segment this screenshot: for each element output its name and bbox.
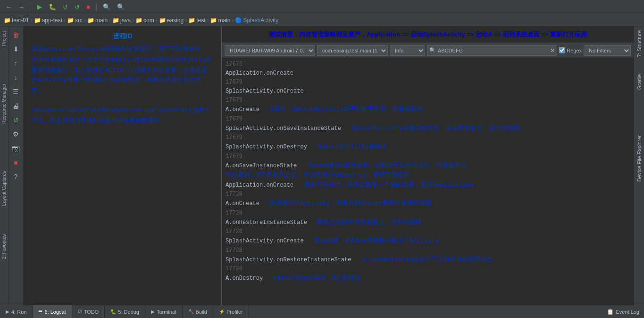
breadcrumb-easing[interactable]: 📁 easing <box>159 17 184 24</box>
folder-icon5: 📁 <box>112 17 119 24</box>
up-icon-btn[interactable]: ↑ <box>9 57 23 70</box>
device-select[interactable]: HUAWEI BAH-W09 Android 7.0, <box>225 45 315 56</box>
print-icon-btn[interactable]: 🖨 <box>9 99 23 112</box>
log-entry: A.onDestroy Splash启动完毕后，A正常销毁 <box>226 274 630 283</box>
structure-tab[interactable]: 7: Structure <box>635 26 644 61</box>
logcat-tab-icon: ☰ <box>38 309 42 314</box>
log-entry: A.onRestoreInstanceState 恢复之前保存的界面状态，需手动… <box>226 218 630 227</box>
filter-select[interactable]: No Filters <box>584 45 631 56</box>
log-entry: SplashActivity.onRestoreInstanceState Sp… <box>226 255 630 265</box>
profiler-tab[interactable]: ⚡ Profiler <box>213 305 249 318</box>
stop-icon-btn[interactable]: ■ <box>9 156 23 169</box>
todo-tab-label: TODO <box>84 309 99 315</box>
run-tab[interactable]: ▶ 4: Run <box>0 305 33 318</box>
log-entry: 17679 <box>226 115 630 123</box>
favorites-tab[interactable]: 2: Favorites <box>0 230 8 264</box>
right-vtabs: 7: Structure Gradle Device File Explorer <box>634 26 644 305</box>
logcat-tab-label: 6: Logcat <box>44 309 66 315</box>
debug-tab-label: 5: Debug <box>118 309 139 315</box>
log-entry: SplashActivity.onDestroy SplashActivity被… <box>226 142 630 152</box>
log-entry: 17728 <box>226 265 630 273</box>
log-entry: 17679 <box>226 96 630 104</box>
breadcrumb-main2[interactable]: 📁 main <box>210 17 230 24</box>
todo-tab-icon: ☑ <box>78 309 82 314</box>
terminal-tab-label: Terminal <box>157 309 176 315</box>
filter-icon-btn[interactable]: ⬇ <box>9 43 23 56</box>
todo-tab[interactable]: ☑ TODO <box>72 305 105 318</box>
log-entry: A.onCreate 恢复最近的Activity，回收前的Intent数据会被原… <box>226 199 630 208</box>
logcat-tab[interactable]: ☰ 6: Logcat <box>33 305 72 318</box>
proc-id-label: 进程ID <box>31 32 214 41</box>
log-entry: 17679 <box>226 152 630 161</box>
breadcrumb-main[interactable]: 📁 main <box>87 17 108 24</box>
debug-tab-icon: 🐛 <box>110 309 116 314</box>
folder-icon6: 📁 <box>135 17 142 24</box>
help-icon-btn[interactable]: ? <box>9 170 23 183</box>
rerun-button[interactable]: ↺ <box>61 2 70 11</box>
level-select[interactable]: Info Verbose Debug Warn Error <box>390 45 425 56</box>
run-tab-icon: ▶ <box>6 309 9 314</box>
breadcrumb-src[interactable]: 📁 src <box>67 17 83 24</box>
forward-button[interactable]: → <box>17 2 26 11</box>
search-clear-button[interactable]: ✕ <box>550 47 555 54</box>
breadcrumb-splash[interactable]: 🔵 SplashActivity <box>235 17 278 24</box>
stop-button[interactable]: ■ <box>84 2 92 11</box>
log-entry: SplashActivity.onCreate <box>226 87 630 95</box>
project-tab[interactable]: Project <box>0 26 8 51</box>
event-log-button[interactable]: Event Log <box>616 309 639 315</box>
search-icon: 🔍 <box>429 47 436 53</box>
sep2 <box>96 3 97 11</box>
terminal-tab[interactable]: ▶ Terminal <box>145 305 183 318</box>
content-pane: 进程ID 通过Activity/Process的回收和恢复流程，我们可以推断出：… <box>24 26 634 305</box>
regex-label: Regex <box>567 48 582 53</box>
right-panel: 测试情景：内存管理策略调至最严，Application => 启动SplashA… <box>222 26 634 305</box>
run-button[interactable]: ▶ <box>35 2 44 11</box>
log-entry: Application.onCreate 重新打开应用，系统会恢复一个新的进程，… <box>226 180 630 190</box>
log-entry: SplashActivity.onCreate 按返回键，从A返回任务栈中的上个… <box>226 236 630 246</box>
debug-button[interactable]: 🐛 <box>47 2 58 11</box>
log-entry: 17679 <box>226 78 630 86</box>
breadcrumb-java[interactable]: 📁 java <box>112 17 131 24</box>
breadcrumb: 📁 test-01 › 📁 app-test › 📁 src › 📁 main … <box>0 14 644 26</box>
down-icon-btn[interactable]: ↓ <box>9 71 23 84</box>
settings-icon-btn[interactable]: ⚙ <box>9 128 23 141</box>
build-tab[interactable]: 🔨 Build <box>183 305 213 318</box>
log-content: 17679 Application.onCreate 17679 SplashA… <box>222 58 634 305</box>
terminal-tab-icon: ▶ <box>151 309 155 314</box>
refresh-icon-btn[interactable]: ↺ <box>9 113 23 127</box>
rerun2-button[interactable]: ↺ <box>73 2 82 11</box>
process-select[interactable]: com.easing.test.main (17728) <box>317 45 388 56</box>
log-entry: 17679 <box>226 60 630 69</box>
log-entry: A.onCreate A启动，SplashActivity由于切换至后台，即将被… <box>226 105 630 114</box>
delete-icon-btn[interactable]: 🗑 <box>9 28 23 42</box>
search2-button[interactable]: 🔍 <box>115 2 126 11</box>
breadcrumb-test[interactable]: 📁 test <box>188 17 205 24</box>
back-button[interactable]: ← <box>4 2 14 11</box>
profiler-tab-label: Profiler <box>226 309 243 315</box>
resource-manager-tab[interactable]: Resource Manager <box>0 79 8 129</box>
log-entry: 17728 <box>226 209 630 217</box>
search1-button[interactable]: 🔍 <box>101 2 112 11</box>
run-tab-label: 4: Run <box>11 309 26 315</box>
list-icon-btn[interactable]: ☰ <box>9 85 23 98</box>
breadcrumb-com[interactable]: 📁 com <box>135 17 154 24</box>
debug-tab[interactable]: 🐛 5: Debug <box>105 305 145 318</box>
device-file-explorer-tab[interactable]: Device File Explorer <box>635 131 644 185</box>
sep: › <box>31 17 33 24</box>
header-banner: 测试情景：内存管理策略调至最严，Application => 启动SplashA… <box>222 26 634 43</box>
bottom-tabs: ▶ 4: Run ☰ 6: Logcat ☑ TODO 🐛 5: Debug ▶… <box>0 305 602 318</box>
camera-icon-btn[interactable]: 📷 <box>9 142 23 155</box>
event-log-icon: 📋 <box>607 309 614 315</box>
log-entry: A.onSaveInstanceState 按Home键从A返回桌面，进程由于切… <box>226 161 630 171</box>
log-entry: Application.onCreate <box>226 69 630 77</box>
build-tab-icon: 🔨 <box>188 309 194 314</box>
regex-checkbox[interactable] <box>559 47 565 53</box>
gradle-tab[interactable]: Gradle <box>635 70 644 94</box>
layout-captures-tab[interactable]: Layout Captures <box>0 166 8 210</box>
log-entry: 17728 <box>226 227 630 236</box>
search-input[interactable] <box>438 48 550 53</box>
breadcrumb-root[interactable]: 📁 test-01 <box>4 17 29 24</box>
top-toolbar: ← → ▶ 🐛 ↺ ↺ ■ 🔍 🔍 <box>0 0 644 14</box>
log-entry: 17728 <box>226 190 630 198</box>
breadcrumb-apptest[interactable]: 📁 app-test <box>34 17 62 24</box>
